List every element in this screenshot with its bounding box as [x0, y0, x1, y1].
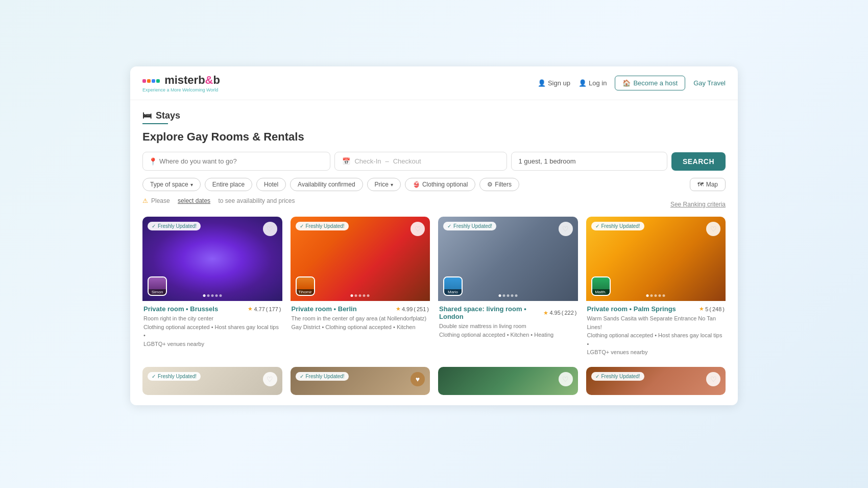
- card-image-bottom-3: ♡: [438, 367, 578, 395]
- card-desc-palmsprings: Warm Sands Casita with Separate Entrance…: [587, 314, 725, 357]
- chevron-down-icon-2: ▾: [391, 182, 393, 188]
- card-title-brussels: Private room • Brussels: [143, 305, 218, 313]
- logo[interactable]: misterb&b: [142, 74, 220, 87]
- clothing-icon: 👙: [413, 181, 420, 188]
- freshly-badge-b4: ✓ Freshly Updated!: [591, 372, 644, 381]
- logo-tagline: Experience a More Welcoming World: [142, 87, 220, 92]
- ranking-criteria-link[interactable]: See Ranking criteria: [670, 201, 726, 208]
- logo-area: misterb&b Experience a More Welcoming Wo…: [142, 74, 220, 92]
- bed-icon: 🛏: [142, 110, 152, 121]
- check-icon-2: ✓: [300, 223, 304, 229]
- listing-card-london[interactable]: ✓ Freshly Updated! ♡ Mario: [438, 217, 578, 359]
- card-image-bottom-4: ✓ Freshly Updated! ♡: [586, 367, 726, 395]
- title-underline: [142, 123, 168, 124]
- filter-hotel[interactable]: Hotel: [256, 178, 286, 191]
- content-area: 🛏 Stays Explore Gay Rooms & Rentals 📍 📅 …: [130, 100, 738, 405]
- map-button[interactable]: 🗺 Map: [690, 178, 726, 191]
- card-desc-london: Double size mattress in living room Clot…: [439, 322, 577, 339]
- availability-notice-row: ⚠ Please select dates to see availabilit…: [142, 197, 726, 212]
- card-rating-london: ★ 4.95 (222): [543, 310, 576, 316]
- filter-entire-place[interactable]: Entire place: [205, 178, 252, 191]
- select-dates-link[interactable]: select dates: [178, 197, 210, 204]
- listing-card-bottom-1[interactable]: ✓ Freshly Updated! ♡: [142, 367, 282, 395]
- date-input[interactable]: 📅 Check-In – Checkout: [334, 152, 507, 171]
- house-icon: 🏠: [622, 79, 631, 87]
- logo-ampersand: &: [205, 74, 213, 86]
- chevron-down-icon: ▾: [190, 182, 193, 188]
- card-info-brussels: Private room • Brussels ★ 4.77 (177) Roo…: [142, 301, 282, 350]
- card-info-palmsprings: Private room • Palm Springs ★ 5 (248) Wa…: [586, 301, 726, 359]
- main-container: misterb&b Experience a More Welcoming Wo…: [130, 66, 738, 405]
- availability-notice: ⚠ Please select dates to see availabilit…: [142, 197, 295, 204]
- card-title-berlin: Private room • Berlin: [292, 305, 357, 313]
- guests-input[interactable]: 1 guest, 1 bedroom: [511, 152, 667, 171]
- stays-section-title: 🛏 Stays: [142, 110, 726, 121]
- card-info-london: Shared space: living room • London ★ 4.9…: [438, 301, 578, 341]
- pin-icon: 📍: [149, 157, 157, 166]
- listing-card-bottom-3[interactable]: ♡: [438, 367, 578, 395]
- host-avatar-tihomir: Tihomir: [296, 276, 315, 296]
- image-dots-1: [203, 294, 222, 297]
- calendar-icon: 📅: [342, 157, 350, 165]
- header: misterb&b Experience a More Welcoming Wo…: [130, 66, 738, 100]
- favorite-button-b2[interactable]: ♥: [411, 372, 425, 386]
- card-image-bottom-2: ✓ Freshly Updated! ♥: [291, 367, 430, 395]
- favorite-button-b1[interactable]: ♡: [263, 372, 277, 386]
- card-image-brussels: ✓ Freshly Updated! ♡ Simon: [142, 217, 282, 301]
- listing-card-bottom-2[interactable]: ✓ Freshly Updated! ♥: [291, 367, 430, 395]
- card-rating-palmsprings: ★ 5 (248): [699, 306, 725, 312]
- freshly-updated-badge-4: ✓ Freshly Updated!: [591, 222, 644, 230]
- cards-grid: ✓ Freshly Updated! ♡ Simon: [142, 217, 726, 359]
- listing-card-palmsprings[interactable]: ✓ Freshly Updated! ♡ Matth.: [586, 217, 726, 359]
- card-info-berlin: Private room • Berlin ★ 4.99 (251) The r…: [291, 301, 430, 333]
- favorite-button-1[interactable]: ♡: [263, 222, 277, 236]
- check-icon-4: ✓: [595, 223, 599, 229]
- login-link[interactable]: 👤 Log in: [578, 79, 607, 87]
- favorite-button-3[interactable]: ♡: [559, 222, 573, 236]
- header-nav: 👤 Sign up 👤 Log in 🏠 Become a host Gay T…: [538, 76, 726, 90]
- freshly-updated-badge-2: ✓ Freshly Updated!: [296, 222, 349, 230]
- location-input[interactable]: [142, 152, 330, 171]
- card-image-london: ✓ Freshly Updated! ♡ Mario: [438, 217, 578, 301]
- explore-title: Explore Gay Rooms & Rentals: [142, 130, 726, 144]
- listing-card-bottom-4[interactable]: ✓ Freshly Updated! ♡: [586, 367, 726, 395]
- warning-icon: ⚠: [142, 197, 148, 204]
- image-dots-2: [351, 294, 370, 297]
- filter-type-space[interactable]: Type of space ▾: [142, 178, 201, 191]
- favorite-button-4[interactable]: ♡: [706, 222, 720, 236]
- person-icon: 👤: [538, 79, 546, 87]
- card-desc-brussels: Room right in the city center Clothing o…: [143, 314, 281, 348]
- host-avatar-matth: Matth.: [591, 276, 611, 296]
- card-desc-berlin: The room in the center of gay area (at N…: [292, 314, 429, 331]
- card-title-palmsprings: Private room • Palm Springs: [587, 305, 676, 313]
- listing-card-brussels[interactable]: ✓ Freshly Updated! ♡ Simon: [142, 217, 282, 359]
- card-image-berlin: ✓ Freshly Updated! ♡ Tihomir: [291, 217, 430, 301]
- freshly-updated-badge-1: ✓ Freshly Updated!: [148, 222, 201, 230]
- filter-clothing[interactable]: 👙 Clothing optional: [405, 178, 475, 191]
- location-input-wrap: 📍: [142, 152, 330, 171]
- map-icon: 🗺: [697, 181, 704, 188]
- logo-mister: misterb: [164, 74, 205, 86]
- filter-availability[interactable]: Availability confirmed: [290, 178, 363, 191]
- search-bar: 📍 📅 Check-In – Checkout 1 guest, 1 bedro…: [142, 152, 726, 171]
- favorite-button-b3[interactable]: ♡: [559, 372, 573, 386]
- freshly-badge-b2: ✓ Freshly Updated!: [296, 372, 349, 381]
- signup-link[interactable]: 👤 Sign up: [538, 79, 570, 87]
- listing-card-berlin[interactable]: ✓ Freshly Updated! ♡ Tihomir: [291, 217, 430, 359]
- freshly-badge-b1: ✓ Freshly Updated!: [148, 372, 201, 381]
- become-host-button[interactable]: 🏠 Become a host: [615, 76, 685, 90]
- bottom-cards-grid: ✓ Freshly Updated! ♡ ✓ Freshly Updated! …: [142, 367, 726, 395]
- gay-travel-link[interactable]: Gay Travel: [693, 79, 726, 87]
- person-icon-2: 👤: [578, 79, 587, 87]
- filters-row: Type of space ▾ Entire place Hotel Avail…: [142, 178, 726, 191]
- search-button[interactable]: SEARCH: [671, 152, 726, 171]
- filter-filters[interactable]: ⚙ Filters: [479, 178, 519, 191]
- favorite-button-2[interactable]: ♡: [411, 222, 425, 236]
- favorite-button-b4[interactable]: ♡: [706, 372, 720, 386]
- filter-price[interactable]: Price ▾: [367, 178, 401, 191]
- card-rating-brussels: ★ 4.77 (177): [248, 306, 281, 312]
- settings-icon: ⚙: [487, 181, 493, 188]
- freshly-updated-badge-3: ✓ Freshly Updated!: [443, 222, 496, 230]
- host-avatar-mario: Mario: [443, 276, 463, 296]
- guests-value: 1 guest, 1 bedroom: [519, 157, 576, 165]
